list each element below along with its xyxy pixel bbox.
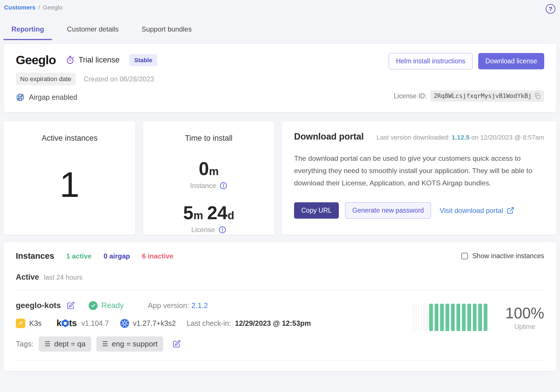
app-version-link[interactable]: 2.1.2 [191,301,208,310]
info-icon[interactable] [219,226,226,234]
license-summary-left: Geeglo Trial license Stable No expiratio… [16,53,157,102]
license-id-value: 2Rq8WLcsjfxqrMysjvB1WodYkBj [434,93,532,99]
last-version-downloaded: Last version downloaded: 1.12.5 on 12/20… [376,134,544,141]
app-version: App version: 2.1.2 [148,301,208,310]
show-inactive-checkbox[interactable] [461,253,468,259]
tag-icon: ☰ [44,340,50,348]
channel-badge: Stable [129,54,157,66]
uptime-bars [413,304,487,331]
show-inactive-toggle[interactable]: Show inactive instances [461,252,544,260]
tab-customer-details[interactable]: Customer details [59,21,127,40]
uptime-bar [473,304,477,331]
airgap-label: Airgap enabled [29,93,77,101]
uptime-bar [435,304,438,331]
uptime-bar [467,304,471,331]
active-section-label: Active [16,273,39,282]
kubernetes-icon [120,319,129,328]
divider [16,360,544,360]
tab-bar: Reporting Customer details Support bundl… [0,21,560,40]
breadcrumb-separator: / [38,4,40,11]
tag-pill: ☰ dept = qa [39,336,91,352]
customer-name: Geeglo [16,53,56,67]
tab-support-bundles[interactable]: Support bundles [133,21,200,40]
license-summary-right: Helm install instructions Download licen… [389,53,544,102]
instance-install-time: 0m Instance [146,158,272,190]
license-install-label: License [191,226,215,234]
edit-tags-icon[interactable] [172,340,181,348]
active-section-sublabel: last 24 hours [44,274,83,281]
download-portal-card: Download portal Last version downloaded:… [282,121,557,235]
instances-title: Instances [16,251,54,261]
breadcrumb: Customers / Geeglo [4,4,62,11]
license-install-time: 5m24d License [146,202,272,234]
license-id-pill: 2Rq8WLcsjfxqrMysjvB1WodYkBj [430,90,544,102]
uptime-bar [456,304,460,331]
show-inactive-label: Show inactive instances [472,252,544,260]
active-instances-title: Active instances [7,134,133,143]
tag-icon: ☰ [102,340,108,348]
stopwatch-icon [66,56,75,64]
license-id-label: License ID: [394,92,427,100]
k3s-icon [16,319,25,328]
version-link[interactable]: 1.12.5 [452,134,470,141]
uptime-stat: 100% Uptime [505,304,544,331]
instance-install-label: Instance [190,182,216,190]
copy-icon[interactable] [534,93,541,99]
status-label: Ready [101,301,124,310]
download-portal-title: Download portal [294,132,364,142]
uptime-bar [451,304,455,331]
expiration-badge: No expiration date [16,73,76,85]
distribution-label: K3s [29,319,42,328]
breadcrumb-customers-link[interactable]: Customers [4,4,36,11]
stats-row: Active instances 1 Time to install 0m In… [3,121,557,235]
uptime-bar [424,304,427,331]
license-summary-card: Geeglo Trial license Stable No expiratio… [3,44,557,112]
help-icon[interactable]: ? [546,4,555,14]
kots-version: v1.104.7 [81,319,109,328]
uptime-bar [440,304,444,331]
time-to-install-title: Time to install [146,134,272,143]
active-count[interactable]: 1 active [66,252,92,260]
tab-reporting[interactable]: Reporting [3,21,52,40]
top-bar: Customers / Geeglo ? [0,0,560,14]
airgap-count[interactable]: 0 airgap [104,252,130,260]
active-instances-value: 1 [60,164,79,205]
last-checkin-label: Last check-in: [187,319,231,328]
kots-o-icon [62,319,69,327]
active-instances-card: Active instances 1 [3,121,136,235]
uptime-value: 100% [505,304,544,322]
tag-pill: ☰ eng = support [96,336,163,352]
tags-label: Tags: [16,340,34,348]
instance-row: geeglo-kots Ready App version: [4,291,556,352]
uptime-bar [478,304,482,331]
uptime-bar [462,304,466,331]
last-checkin-value: 12/29/2023 @ 12:53pm [235,319,311,328]
time-to-install-card: Time to install 0m Instance 5m24d Licens… [143,121,275,235]
helm-install-button[interactable]: Helm install instructions [389,53,472,69]
kubernetes-version: v1.27.7+k3s2 [133,319,176,328]
inactive-count[interactable]: 6 inactive [142,252,173,260]
uptime-bar [446,304,449,331]
copy-url-button[interactable]: Copy URL [294,202,339,219]
instances-card: Instances 1 active 0 airgap 6 inactive S… [3,242,557,371]
info-icon[interactable] [220,182,227,189]
uptime-bar [484,304,487,331]
customer-reporting-page: Customers / Geeglo ? Reporting Customer … [0,0,560,392]
license-type-label: Trial license [79,56,120,64]
download-license-button[interactable]: Download license [478,53,544,69]
uptime-label: Uptime [505,323,544,331]
uptime-bar [413,304,417,331]
download-portal-description: The download portal can be used to give … [294,152,544,189]
generate-password-button[interactable]: Generate new password [345,202,431,219]
breadcrumb-current: Geeglo [43,4,63,11]
kots-logo: kts [57,318,77,328]
edit-name-icon[interactable] [67,301,75,310]
license-type: Trial license [66,56,120,64]
created-date: Created on 06/28/2023 [84,75,154,83]
airgap-globe-icon [16,93,25,102]
external-link-icon [507,207,514,214]
status-badge: Ready [89,301,124,310]
uptime-bar [429,304,433,331]
uptime-bar [418,304,422,331]
visit-download-portal-link[interactable]: Visit download portal [440,207,514,215]
